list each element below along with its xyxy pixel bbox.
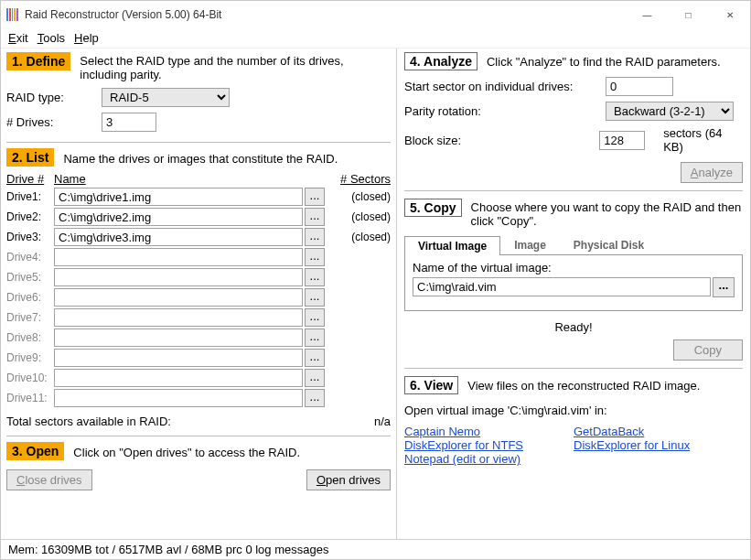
parity-select[interactable]: Backward (3-2-1): [606, 102, 734, 121]
link-diskexplorer-linux[interactable]: DiskExplorer for Linux: [574, 438, 690, 452]
drive-browse-button[interactable]: ...: [305, 248, 325, 266]
section-6-view: 6. View: [404, 376, 458, 394]
section-4-analyze: 4. Analyze: [404, 52, 477, 70]
block-size-label: Block size:: [404, 134, 599, 147]
close-drives-button[interactable]: Close drives: [6, 469, 92, 490]
drive-browse-button[interactable]: ...: [305, 288, 325, 307]
drive-browse-button[interactable]: ...: [305, 389, 325, 407]
maximize-button[interactable]: □: [668, 1, 709, 28]
tab-physical-disk[interactable]: Physical Disk: [560, 235, 658, 254]
drive-browse-button[interactable]: ...: [305, 188, 325, 206]
drive-path-input[interactable]: [54, 308, 303, 327]
analyze-button[interactable]: Analyze: [681, 162, 743, 183]
section-1-define: 1. Define: [6, 52, 70, 70]
drive-row: Drive3:...(closed): [6, 228, 391, 246]
link-getdataback[interactable]: GetDataBack: [574, 425, 644, 438]
copy-button[interactable]: Copy: [673, 339, 743, 361]
section-1-desc: Select the RAID type and the number of i…: [80, 52, 391, 81]
start-sector-label: Start sector on individual drives:: [404, 80, 606, 93]
drive-browse-button[interactable]: ...: [305, 369, 325, 387]
minimize-button[interactable]: —: [627, 1, 668, 28]
drive-path-input[interactable]: [54, 288, 303, 307]
drive-status: (closed): [325, 190, 391, 203]
drive-browse-button[interactable]: ...: [305, 349, 325, 367]
drive-browse-button[interactable]: ...: [305, 208, 325, 226]
section-3-open: 3. Open: [6, 442, 64, 460]
drive-path-input[interactable]: [54, 268, 303, 286]
menubar: Exit Tools Help: [1, 28, 750, 48]
drive-path-input[interactable]: [54, 369, 303, 387]
section-6-desc: View files on the reconstructed RAID ima…: [467, 376, 743, 393]
drive-browse-button[interactable]: ...: [305, 308, 325, 327]
drive-row: Drive5:...: [6, 268, 391, 286]
drive-path-input[interactable]: [54, 208, 303, 226]
drive-path-input[interactable]: [54, 389, 303, 407]
vim-label: Name of the virtual image:: [413, 261, 735, 275]
drive-label: Drive11:: [6, 392, 54, 404]
section-2-desc: Name the drives or images that constitut…: [63, 148, 391, 166]
drive-browse-button[interactable]: ...: [305, 228, 325, 246]
col-name: Name: [54, 172, 325, 186]
menu-exit[interactable]: Exit: [8, 31, 28, 45]
link-diskexplorer-ntfs[interactable]: DiskExplorer for NTFS: [404, 438, 523, 452]
section-2-list: 2. List: [6, 148, 54, 167]
open-drives-button[interactable]: Open drives: [306, 469, 391, 490]
open-in-label: Open virtual image 'C:\img\raid.vim' in:: [404, 404, 743, 417]
num-drives-label: # Drives:: [6, 115, 102, 129]
statusbar-text: Mem: 16309MB tot / 6517MB avl / 68MB prc…: [8, 543, 328, 556]
section-4-desc: Click "Analyze" to find the RAID paramet…: [487, 52, 743, 69]
link-captain-nemo[interactable]: Captain Nemo: [404, 425, 480, 438]
window-title: Raid Reconstructor (Version 5.00) 64-Bit: [25, 8, 221, 21]
tab-virtual-image[interactable]: Virtual Image: [404, 236, 500, 255]
start-sector-input[interactable]: [606, 77, 673, 96]
copy-status: Ready!: [404, 320, 743, 334]
drive-label: Drive3:: [6, 231, 54, 243]
drive-label: Drive10:: [6, 372, 54, 384]
total-sectors-value: n/a: [345, 415, 391, 428]
drive-path-input[interactable]: [54, 188, 303, 206]
drive-path-input[interactable]: [54, 349, 303, 367]
num-drives-input[interactable]: [102, 113, 156, 132]
drive-label: Drive1:: [6, 190, 54, 203]
drive-label: Drive2:: [6, 210, 54, 223]
statusbar: Mem: 16309MB tot / 6517MB avl / 68MB prc…: [1, 539, 750, 559]
link-notepad[interactable]: Notepad (edit or view): [404, 452, 520, 466]
menu-help[interactable]: Help: [74, 31, 99, 45]
section-5-desc: Choose where you want to copy the RAID a…: [471, 199, 743, 228]
drive-label: Drive7:: [6, 311, 54, 324]
raid-type-select[interactable]: RAID-5: [102, 88, 230, 107]
menu-tools[interactable]: Tools: [38, 31, 65, 45]
block-size-input[interactable]: [599, 131, 645, 150]
drive-row: Drive7:...: [6, 308, 391, 327]
drive-row: Drive6:...: [6, 288, 391, 307]
section-3-desc: Click on "Open drives" to access the RAI…: [73, 442, 391, 459]
tab-image[interactable]: Image: [500, 235, 560, 254]
drive-row: Drive10:...: [6, 369, 391, 387]
col-drive: Drive #: [6, 172, 54, 186]
drive-row: Drive4:...: [6, 248, 391, 266]
drive-label: Drive8:: [6, 331, 54, 344]
drive-row: Drive8:...: [6, 328, 391, 347]
close-button[interactable]: ✕: [709, 1, 750, 28]
drive-browse-button[interactable]: ...: [305, 268, 325, 286]
drive-path-input[interactable]: [54, 328, 303, 347]
parity-label: Parity rotation:: [404, 104, 606, 118]
drive-path-input[interactable]: [54, 248, 303, 266]
vim-browse-button[interactable]: ...: [713, 277, 735, 297]
total-sectors-label: Total sectors available in RAID:: [6, 415, 345, 428]
drive-label: Drive9:: [6, 351, 54, 364]
app-icon: [6, 8, 19, 21]
raid-type-label: RAID type:: [6, 91, 102, 104]
col-sectors: # Sectors: [325, 172, 391, 186]
drive-label: Drive5:: [6, 271, 54, 284]
drive-label: Drive6:: [6, 291, 54, 304]
drive-path-input[interactable]: [54, 228, 303, 246]
drive-status: (closed): [325, 231, 391, 243]
titlebar: Raid Reconstructor (Version 5.00) 64-Bit…: [1, 1, 750, 28]
vim-path-input[interactable]: [413, 277, 711, 296]
drive-row: Drive9:...: [6, 349, 391, 367]
block-size-suffix: sectors (64 KB): [663, 126, 743, 154]
drive-browse-button[interactable]: ...: [305, 328, 325, 347]
drive-row: Drive11:...: [6, 389, 391, 407]
section-5-copy: 5. Copy: [404, 199, 462, 217]
